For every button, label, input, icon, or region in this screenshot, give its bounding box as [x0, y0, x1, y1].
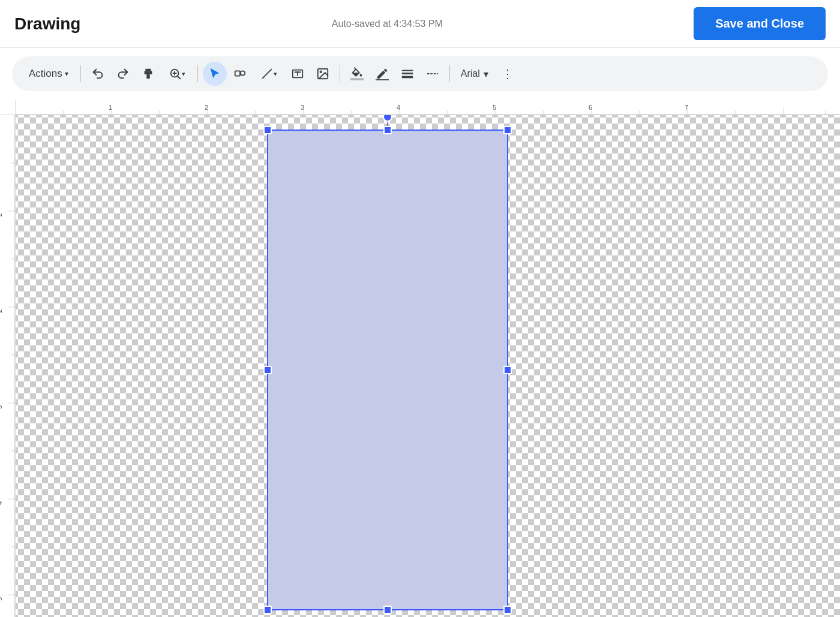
drawing-surface[interactable]	[16, 115, 840, 617]
svg-text:1: 1	[0, 213, 3, 217]
toolbar-divider-4	[449, 65, 450, 82]
toolbar: Actions ▾ ▾ ▾	[12, 56, 828, 91]
rotation-handle[interactable]	[383, 115, 392, 121]
svg-line-2	[178, 76, 180, 79]
border-dash-button[interactable]	[421, 62, 445, 86]
actions-button[interactable]: Actions ▾	[22, 64, 76, 83]
selected-shape[interactable]	[268, 130, 508, 610]
redo-button[interactable]	[111, 62, 135, 86]
text-box-button[interactable]	[286, 62, 310, 86]
ruler-top-svg: 1 2 3 4 5 6 7	[16, 100, 840, 115]
handle-top-right[interactable]	[504, 127, 511, 134]
shape-button[interactable]	[228, 62, 252, 86]
font-selector-button[interactable]: Arial ▾	[455, 65, 494, 83]
select-icon	[208, 67, 221, 80]
shape-icon	[233, 67, 247, 80]
handle-top-left[interactable]	[264, 127, 271, 134]
border-dash-icon	[426, 67, 439, 80]
svg-point-12	[320, 71, 322, 73]
more-options-button[interactable]: ⋮	[496, 62, 520, 86]
border-weight-button[interactable]	[395, 62, 419, 86]
actions-dropdown-arrow: ▾	[65, 70, 68, 78]
toolbar-divider-1	[80, 65, 81, 82]
redo-icon	[116, 67, 130, 80]
select-button[interactable]	[203, 62, 227, 86]
svg-point-6	[241, 71, 245, 75]
svg-rect-5	[235, 71, 240, 76]
text-box-icon	[291, 67, 304, 80]
handle-bottom-center[interactable]	[384, 606, 391, 613]
svg-rect-14	[402, 70, 413, 71]
svg-rect-16	[402, 76, 413, 79]
svg-text:3: 3	[0, 405, 3, 409]
zoom-icon	[169, 67, 182, 80]
handle-top-center[interactable]	[384, 127, 391, 134]
ruler-left: 1 2 3 4 5	[0, 115, 16, 617]
svg-rect-0	[146, 74, 150, 79]
svg-rect-17	[427, 73, 430, 74]
svg-rect-18	[430, 73, 433, 74]
handle-middle-right[interactable]	[504, 366, 511, 374]
ruler-corner	[0, 100, 16, 115]
zoom-button[interactable]: ▾	[161, 62, 193, 86]
border-color-icon	[376, 67, 389, 80]
drawing-canvas[interactable]	[16, 115, 840, 617]
save-close-button[interactable]: Save and Close	[694, 7, 826, 40]
header: Drawing Auto-saved at 4:34:53 PM Save an…	[0, 0, 840, 48]
undo-icon	[91, 67, 104, 80]
ruler-left-svg: 1 2 3 4 5	[0, 115, 16, 617]
handle-middle-left[interactable]	[264, 366, 271, 374]
toolbar-divider-2	[197, 65, 198, 82]
line-button[interactable]: ▾	[253, 62, 284, 86]
svg-line-7	[262, 70, 271, 79]
ruler-top: 1 2 3 4 5 6 7	[16, 100, 840, 115]
fill-color-icon	[350, 67, 364, 80]
svg-text:5: 5	[0, 597, 3, 601]
canvas-area[interactable]: 1 2 3 4 5 6 7	[0, 100, 840, 617]
svg-rect-15	[402, 73, 413, 74]
image-button[interactable]	[311, 62, 335, 86]
fill-color-button[interactable]	[345, 62, 369, 86]
svg-text:2: 2	[0, 309, 3, 313]
app-title: Drawing	[14, 14, 80, 33]
line-dropdown-arrow: ▾	[274, 70, 277, 78]
autosave-status: Auto-saved at 4:34:53 PM	[332, 19, 443, 29]
more-options-icon: ⋮	[502, 67, 514, 81]
handle-bottom-right[interactable]	[504, 606, 511, 613]
toolbar-divider-3	[340, 65, 340, 82]
header-left: Drawing	[14, 14, 80, 34]
undo-button[interactable]	[86, 62, 110, 86]
image-icon	[316, 67, 329, 80]
font-dropdown-arrow: ▾	[484, 68, 488, 80]
svg-rect-19	[434, 73, 436, 74]
actions-label: Actions	[29, 68, 62, 80]
border-color-button[interactable]	[370, 62, 394, 86]
svg-text:4: 4	[0, 501, 3, 505]
zoom-dropdown-arrow: ▾	[182, 70, 185, 78]
svg-rect-20	[437, 73, 438, 74]
handle-bottom-left[interactable]	[264, 606, 271, 613]
line-icon	[260, 67, 274, 80]
paint-format-icon	[142, 67, 155, 80]
border-weight-icon	[401, 67, 414, 80]
svg-rect-13	[376, 79, 389, 80]
paint-format-button[interactable]	[136, 62, 160, 86]
font-label: Arial	[461, 68, 480, 79]
